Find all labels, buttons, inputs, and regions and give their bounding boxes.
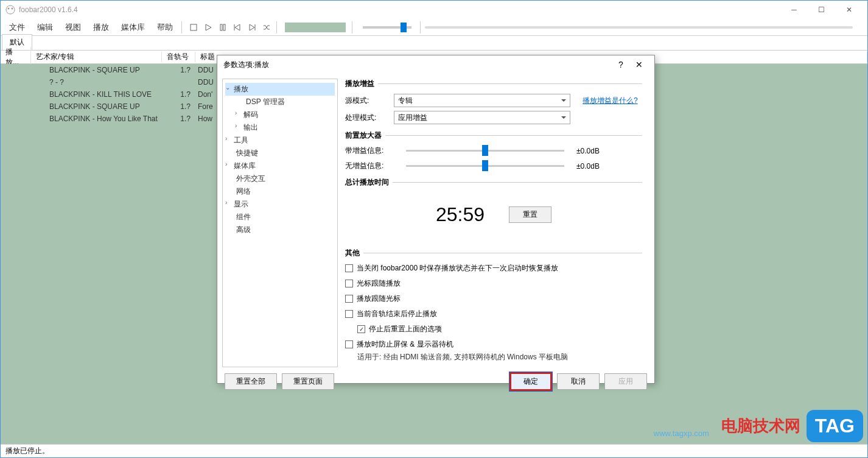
volume-slider[interactable] bbox=[285, 23, 346, 32]
svg-point-2 bbox=[12, 8, 13, 10]
chevron-down-icon: ⌄ bbox=[225, 84, 230, 91]
chevron-right-icon: › bbox=[225, 161, 227, 167]
label-source-mode: 源模式: bbox=[345, 96, 394, 106]
check-save-state[interactable]: 当关闭 foobar2000 时保存播放状态并在下一次启动时恢复播放 bbox=[345, 263, 642, 273]
menu-file[interactable]: 文件 bbox=[3, 19, 31, 35]
tree-hotkeys[interactable]: 快捷键 bbox=[225, 147, 335, 160]
tree-library[interactable]: ›媒体库 bbox=[225, 160, 335, 172]
main-window: foobar2000 v1.6.4 ─ ☐ ✕ 文件 编辑 视图 播放 媒体库 … bbox=[0, 0, 868, 458]
seekbar[interactable] bbox=[425, 26, 853, 29]
chevron-right-icon: › bbox=[235, 122, 237, 129]
separator bbox=[420, 21, 422, 33]
separator bbox=[352, 21, 354, 33]
menu-library[interactable]: 媒体库 bbox=[115, 19, 151, 35]
check-stop-after-current[interactable]: 当前音轨结束后停止播放 bbox=[345, 309, 642, 319]
col-artist[interactable]: 艺术家/专辑 bbox=[31, 52, 162, 62]
tree-advanced[interactable]: 高级 bbox=[225, 224, 335, 236]
random-icon[interactable] bbox=[261, 22, 272, 33]
tree-network[interactable]: 网络 bbox=[225, 185, 335, 198]
total-play-time: 25:59 bbox=[436, 203, 485, 226]
watermark-text: 电脑技术网 bbox=[721, 417, 800, 435]
balance-slider[interactable] bbox=[363, 26, 411, 29]
pause-icon[interactable] bbox=[217, 22, 228, 33]
watermark: 电脑技术网 www.tagxp.com TAG bbox=[721, 410, 863, 442]
prev-icon[interactable] bbox=[232, 22, 243, 33]
tree-tools[interactable]: ›工具 bbox=[225, 134, 335, 147]
app-icon bbox=[5, 5, 15, 15]
menu-edit[interactable]: 编辑 bbox=[31, 19, 59, 35]
menubar: 文件 编辑 视图 播放 媒体库 帮助 bbox=[1, 19, 867, 36]
cancel-button[interactable]: 取消 bbox=[557, 373, 600, 390]
note-hdmi: 适用于: 经由 HDMI 输送音频, 支持联网待机的 Windows 平板电脑 bbox=[357, 352, 642, 362]
tree-shell[interactable]: 外壳交互 bbox=[225, 172, 335, 185]
preferences-dialog: 参数选项:播放 ? ✕ ⌄播放 DSP 管理器 ›解码 ›输出 ›工具 快捷键 … bbox=[217, 55, 655, 384]
group-other: 其他 bbox=[345, 248, 642, 258]
separator bbox=[181, 21, 184, 33]
group-replaygain: 播放增益 bbox=[345, 79, 642, 89]
status-bar: 播放已停止。 bbox=[1, 444, 867, 457]
check-cursor-follows[interactable]: 光标跟随播放 bbox=[345, 278, 642, 289]
check-playback-follows[interactable]: 播放跟随光标 bbox=[345, 294, 642, 304]
reset-all-button[interactable]: 重置全部 bbox=[225, 373, 277, 390]
watermark-url: www.tagxp.com bbox=[654, 429, 709, 438]
dialog-close-button[interactable]: ✕ bbox=[630, 55, 648, 74]
label-with-gain: 带增益信息: bbox=[345, 146, 394, 156]
close-button[interactable]: ✕ bbox=[835, 1, 863, 19]
reset-page-button[interactable]: 重置页面 bbox=[282, 373, 334, 390]
reset-time-button[interactable]: 重置 bbox=[509, 206, 551, 223]
ok-button[interactable]: 确定 bbox=[509, 372, 552, 391]
apply-button[interactable]: 应用 bbox=[604, 373, 647, 390]
svg-rect-4 bbox=[220, 24, 222, 30]
group-total-time: 总计播放时间 bbox=[345, 177, 642, 188]
window-title: foobar2000 v1.6.4 bbox=[19, 5, 780, 14]
check-prevent-screensaver[interactable]: 播放时防止屏保 & 显示器待机 bbox=[345, 339, 642, 350]
menu-help[interactable]: 帮助 bbox=[151, 19, 179, 35]
preferences-tree[interactable]: ⌄播放 DSP 管理器 ›解码 ›输出 ›工具 快捷键 ›媒体库 外壳交互 网络… bbox=[222, 79, 338, 367]
menu-view[interactable]: 视图 bbox=[59, 19, 87, 35]
label-no-gain: 无增益信息: bbox=[345, 161, 394, 171]
dialog-button-bar: 重置全部 重置页面 确定 取消 应用 bbox=[217, 372, 654, 391]
col-track[interactable]: 音轨号 bbox=[162, 52, 195, 62]
tree-decode[interactable]: ›解码 bbox=[225, 108, 335, 121]
tree-playback[interactable]: ⌄播放 bbox=[225, 83, 335, 96]
link-what-is-replaygain[interactable]: 播放增益是什么? bbox=[583, 96, 638, 106]
svg-rect-3 bbox=[191, 24, 197, 30]
menu-play[interactable]: 播放 bbox=[87, 19, 115, 35]
chevron-right-icon: › bbox=[225, 199, 227, 206]
slider-with-gain[interactable] bbox=[406, 150, 564, 152]
settings-panel: 播放增益 源模式: 专辑 播放增益是什么? 处理模式: 应用增益 前置放大器 带… bbox=[338, 79, 649, 367]
play-icon[interactable] bbox=[203, 22, 214, 33]
dialog-title: 参数选项:播放 bbox=[223, 60, 612, 70]
help-button[interactable]: ? bbox=[612, 55, 630, 74]
slider-no-gain[interactable] bbox=[406, 165, 564, 167]
separator bbox=[276, 21, 279, 33]
status-text: 播放已停止。 bbox=[5, 446, 49, 456]
watermark-tag: TAG bbox=[807, 410, 863, 442]
group-preamp: 前置放大器 bbox=[345, 130, 642, 141]
tree-display[interactable]: ›显示 bbox=[225, 198, 335, 211]
label-process-mode: 处理模式: bbox=[345, 113, 394, 123]
titlebar: foobar2000 v1.6.4 ─ ☐ ✕ bbox=[1, 1, 867, 19]
combo-process-mode[interactable]: 应用增益 bbox=[394, 111, 570, 124]
check-reset-above[interactable]: 停止后重置上面的选项 bbox=[357, 324, 642, 334]
minimize-button[interactable]: ─ bbox=[780, 1, 808, 19]
tree-dsp[interactable]: DSP 管理器 bbox=[225, 96, 335, 108]
stop-icon[interactable] bbox=[188, 22, 199, 33]
svg-point-1 bbox=[8, 8, 10, 10]
chevron-right-icon: › bbox=[235, 110, 237, 116]
dialog-titlebar: 参数选项:播放 ? ✕ bbox=[217, 55, 654, 74]
svg-point-0 bbox=[6, 5, 15, 14]
value-no-gain: ±0.0dB bbox=[576, 162, 613, 171]
svg-rect-5 bbox=[223, 24, 225, 30]
tree-output[interactable]: ›输出 bbox=[225, 121, 335, 134]
chevron-right-icon: › bbox=[225, 135, 227, 142]
playlist-tabs: 默认 bbox=[1, 36, 867, 51]
tree-components[interactable]: 组件 bbox=[225, 211, 335, 224]
value-with-gain: ±0.0dB bbox=[576, 147, 613, 155]
maximize-button[interactable]: ☐ bbox=[808, 1, 835, 19]
combo-source-mode[interactable]: 专辑 bbox=[394, 94, 570, 107]
next-icon[interactable] bbox=[247, 22, 257, 33]
